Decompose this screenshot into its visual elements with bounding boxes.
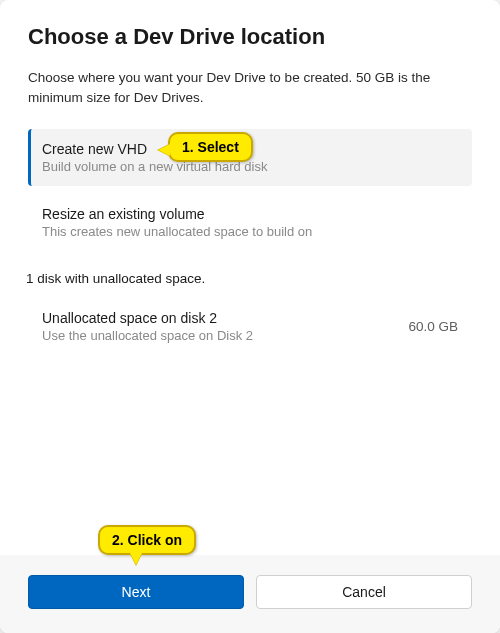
dialog-footer: Next Cancel <box>0 555 500 633</box>
option-unallocated-disk[interactable]: Unallocated space on disk 2 Use the unal… <box>28 300 472 353</box>
unallocated-section-label: 1 disk with unallocated space. <box>26 271 472 286</box>
annotation-label: 2. Click on <box>112 532 182 548</box>
option-resize-volume[interactable]: Resize an existing volume This creates n… <box>28 194 472 251</box>
annotation-click: 2. Click on <box>98 525 196 555</box>
cancel-button[interactable]: Cancel <box>256 575 472 609</box>
disk-desc: Use the unallocated space on Disk 2 <box>42 328 253 343</box>
annotation-select: 1. Select <box>168 132 253 162</box>
next-button[interactable]: Next <box>28 575 244 609</box>
disk-info: Unallocated space on disk 2 Use the unal… <box>42 310 253 343</box>
annotation-label: 1. Select <box>182 139 239 155</box>
option-desc: This creates new unallocated space to bu… <box>42 224 458 239</box>
dev-drive-dialog: Choose a Dev Drive location Choose where… <box>0 0 500 633</box>
option-desc: Build volume on a new virtual hard disk <box>42 159 458 174</box>
disk-title: Unallocated space on disk 2 <box>42 310 253 326</box>
option-title: Resize an existing volume <box>42 206 458 222</box>
dialog-title: Choose a Dev Drive location <box>28 24 472 50</box>
callout-tail-icon <box>130 553 142 565</box>
dialog-subtitle: Choose where you want your Dev Drive to … <box>28 68 472 107</box>
disk-size: 60.0 GB <box>408 319 458 334</box>
callout-tail-icon <box>158 144 170 156</box>
